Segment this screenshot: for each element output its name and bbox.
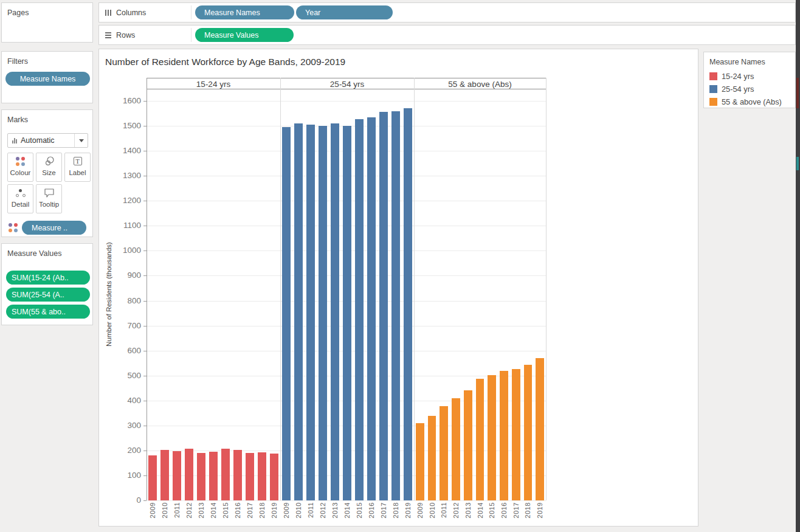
bar[interactable]: [160, 450, 169, 500]
text-label-icon: T: [65, 153, 90, 169]
columns-shelf[interactable]: Columns Measure Names Year: [98, 2, 796, 22]
measure-values-pill-3[interactable]: SUM(55 & abo..: [6, 305, 90, 319]
x-axis-tick-label: 2016: [500, 502, 508, 528]
bar-chart-icon: [12, 138, 17, 143]
bar[interactable]: [306, 125, 315, 500]
bar[interactable]: [452, 398, 460, 500]
x-axis-tick-label: 2014: [477, 502, 484, 528]
columns-pill-measure-names[interactable]: Measure Names: [195, 5, 294, 19]
x-axis-tick-label: 2015: [356, 502, 363, 528]
rows-pill-measure-values[interactable]: Measure Values: [195, 28, 294, 42]
bar[interactable]: [185, 449, 193, 500]
mark-type-dropdown[interactable]: Automatic: [7, 133, 88, 148]
colour-button[interactable]: Colour: [7, 153, 33, 182]
x-axis-tick-label: 2017: [246, 502, 253, 528]
bar[interactable]: [331, 123, 339, 500]
tooltip-bubble-icon: [36, 185, 61, 201]
rows-shelf-icon: [105, 32, 111, 38]
bar[interactable]: [500, 371, 508, 500]
legend-swatch: [709, 72, 717, 80]
screen-edge-red-artifact: [796, 78, 799, 108]
measure-values-pill-2[interactable]: SUM(25-54 (A..: [6, 288, 90, 302]
bar[interactable]: [404, 108, 412, 500]
bar[interactable]: [524, 365, 533, 500]
detail-button[interactable]: Detail: [7, 184, 33, 213]
x-axis-tick-label: 2019: [536, 502, 543, 528]
bar[interactable]: [536, 358, 544, 500]
x-axis-tick-label: 2012: [319, 502, 326, 528]
detail-dots-icon: [8, 185, 33, 201]
tooltip-button-label: Tooltip: [36, 201, 61, 208]
bar[interactable]: [379, 112, 388, 500]
columns-pill-year[interactable]: Year: [296, 5, 393, 19]
colour-dots-icon: [9, 223, 18, 232]
x-axis-tick-label: 2013: [198, 502, 205, 528]
x-axis-tick-label: 2013: [464, 502, 472, 528]
bar[interactable]: [270, 454, 278, 500]
size-button[interactable]: Size: [36, 153, 62, 182]
bar[interactable]: [476, 379, 484, 500]
chart-plot: 0100200300400500600700800900100011001200…: [99, 49, 698, 526]
y-axis-title: Number of Residents (thousands): [105, 89, 112, 500]
bar[interactable]: [221, 449, 230, 500]
bar[interactable]: [282, 127, 291, 500]
bar[interactable]: [258, 452, 266, 500]
x-axis-tick-label: 2018: [258, 502, 266, 528]
label-button-label: Label: [65, 169, 90, 176]
legend-swatch: [709, 98, 717, 106]
bar[interactable]: [246, 453, 254, 500]
shelf-divider: [191, 28, 191, 42]
marks-pill-measure-names[interactable]: Measure ..: [22, 221, 86, 235]
bar[interactable]: [355, 119, 364, 500]
bar[interactable]: [440, 406, 448, 500]
bar[interactable]: [416, 423, 424, 500]
pane-header-label: 55 & above (Abs): [414, 80, 546, 89]
bar[interactable]: [367, 117, 376, 500]
bar[interactable]: [343, 126, 351, 500]
colour-button-label: Colour: [8, 169, 33, 176]
bar[interactable]: [319, 126, 327, 500]
label-button[interactable]: T Label: [64, 153, 91, 182]
bar[interactable]: [294, 123, 303, 500]
chart-area: Number of Resident Workforce by Age Band…: [98, 49, 698, 527]
bar[interactable]: [488, 375, 496, 500]
legend-item[interactable]: 25-54 yrs: [704, 83, 795, 95]
x-axis-tick-label: 2009: [149, 502, 156, 528]
filter-pill-measure-names[interactable]: Measure Names: [5, 72, 90, 86]
measure-values-pill-1[interactable]: SUM(15-24 (Ab..: [6, 271, 90, 285]
y-axis-line: [147, 78, 147, 500]
bar[interactable]: [391, 111, 400, 500]
x-axis-tick-label: 2011: [440, 502, 447, 528]
x-axis-tick-label: 2011: [173, 502, 181, 528]
rows-shelf-label: Rows: [116, 31, 135, 40]
bar[interactable]: [197, 453, 205, 500]
filters-shelf[interactable]: Filters Measure Names: [1, 51, 93, 103]
pages-shelf[interactable]: Pages: [1, 2, 93, 43]
x-axis-tick-label: 2010: [429, 502, 436, 528]
y-axis-tick: [143, 500, 147, 501]
pane-separator: [414, 78, 415, 500]
pages-label: Pages: [2, 3, 92, 17]
bar[interactable]: [209, 452, 218, 500]
mark-type-dropdown-button[interactable]: [74, 134, 88, 147]
gridline: [147, 101, 546, 102]
bar[interactable]: [512, 369, 520, 500]
measure-values-card: Measure Values SUM(15-24 (Ab.. SUM(25-54…: [1, 243, 93, 325]
bar[interactable]: [148, 455, 157, 500]
legend-item[interactable]: 15-24 yrs: [704, 70, 795, 83]
pane-header-label: 25-54 yrs: [280, 80, 414, 89]
legend-title: Measure Names: [704, 52, 795, 66]
bar[interactable]: [173, 451, 181, 500]
filters-label: Filters: [2, 52, 92, 66]
columns-shelf-label: Columns: [116, 9, 146, 17]
rows-shelf[interactable]: Rows Measure Values: [98, 25, 796, 45]
pane-right-border: [546, 78, 547, 500]
bar[interactable]: [464, 390, 472, 500]
legend-item[interactable]: 55 & above (Abs): [704, 95, 795, 108]
bar[interactable]: [233, 450, 242, 500]
bar[interactable]: [428, 416, 436, 500]
x-axis-tick-label: 2016: [234, 502, 241, 528]
legend-swatch: [709, 85, 717, 93]
tooltip-button[interactable]: Tooltip: [36, 184, 62, 213]
screen-edge-teal-artifact: [796, 157, 799, 170]
